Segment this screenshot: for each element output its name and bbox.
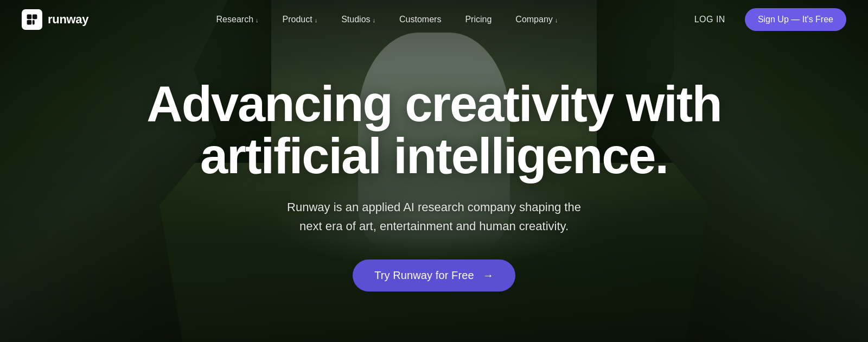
svg-rect-0 — [27, 15, 32, 20]
arrow-icon: → — [483, 269, 494, 282]
login-button[interactable]: LOG IN — [686, 10, 734, 29]
nav-item-company[interactable]: Company ↓ — [503, 10, 570, 29]
nav-item-research[interactable]: Research ↓ — [205, 10, 271, 29]
svg-rect-2 — [27, 20, 32, 25]
nav-right: LOG IN Sign Up — It's Free — [686, 8, 846, 31]
nav-links: Research ↓ Product ↓ Studios ↓ Customers… — [205, 10, 570, 29]
nav-item-studios[interactable]: Studios ↓ — [329, 10, 387, 29]
hero-content: Advancing creativity with artificial int… — [0, 0, 868, 342]
try-free-label: Try Runway for Free — [374, 269, 474, 282]
nav-item-product[interactable]: Product ↓ — [271, 10, 330, 29]
brand-name: runway — [48, 12, 88, 27]
hero-subtitle: Runway is an applied AI research company… — [282, 198, 586, 236]
dropdown-arrow-company: ↓ — [555, 17, 558, 23]
logo[interactable]: runway — [22, 9, 88, 30]
navbar: runway Research ↓ Product ↓ Studios ↓ Cu… — [0, 0, 868, 39]
hero-section: runway Research ↓ Product ↓ Studios ↓ Cu… — [0, 0, 868, 342]
dropdown-arrow-studios: ↓ — [373, 17, 376, 23]
nav-item-pricing[interactable]: Pricing — [453, 10, 503, 29]
hero-title: Advancing creativity with artificial int… — [136, 78, 732, 182]
svg-rect-1 — [33, 15, 37, 20]
logo-icon — [22, 9, 42, 30]
dropdown-arrow-research: ↓ — [256, 17, 259, 23]
dropdown-arrow-product: ↓ — [315, 17, 318, 23]
nav-item-customers[interactable]: Customers — [387, 10, 453, 29]
signup-button[interactable]: Sign Up — It's Free — [745, 8, 846, 31]
try-free-button[interactable]: Try Runway for Free → — [353, 259, 515, 292]
svg-rect-3 — [33, 20, 35, 25]
